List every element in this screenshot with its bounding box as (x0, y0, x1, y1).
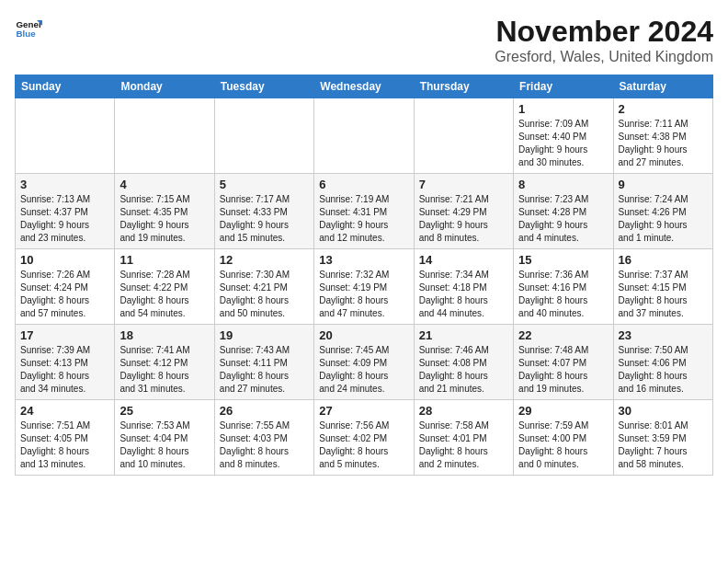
col-header-wednesday: Wednesday (314, 75, 414, 98)
calendar-cell: 20Sunrise: 7:45 AM Sunset: 4:09 PM Dayli… (314, 325, 414, 400)
calendar-cell (214, 98, 313, 174)
calendar-week-row: 10Sunrise: 7:26 AM Sunset: 4:24 PM Dayli… (16, 249, 713, 325)
day-info: Sunrise: 7:32 AM Sunset: 4:19 PM Dayligh… (319, 269, 408, 320)
calendar-cell: 2Sunrise: 7:11 AM Sunset: 4:38 PM Daylig… (613, 98, 712, 174)
calendar-cell: 22Sunrise: 7:48 AM Sunset: 4:07 PM Dayli… (514, 325, 613, 400)
calendar-cell: 17Sunrise: 7:39 AM Sunset: 4:13 PM Dayli… (16, 325, 115, 400)
calendar-cell: 11Sunrise: 7:28 AM Sunset: 4:22 PM Dayli… (115, 249, 214, 325)
day-number: 21 (419, 328, 508, 342)
day-number: 12 (220, 253, 309, 267)
day-number: 11 (119, 253, 209, 267)
day-info: Sunrise: 7:55 AM Sunset: 4:03 PM Dayligh… (220, 419, 309, 471)
day-info: Sunrise: 7:56 AM Sunset: 4:02 PM Dayligh… (319, 419, 408, 471)
day-number: 3 (20, 178, 109, 191)
day-info: Sunrise: 7:19 AM Sunset: 4:31 PM Dayligh… (319, 193, 408, 245)
calendar-cell: 5Sunrise: 7:17 AM Sunset: 4:33 PM Daylig… (214, 174, 313, 249)
calendar-cell: 13Sunrise: 7:32 AM Sunset: 4:19 PM Dayli… (314, 249, 414, 325)
day-number: 14 (419, 253, 508, 267)
day-number: 13 (319, 253, 408, 267)
calendar-cell: 27Sunrise: 7:56 AM Sunset: 4:02 PM Dayli… (314, 400, 414, 476)
day-number: 19 (220, 328, 309, 342)
day-number: 17 (20, 328, 109, 342)
calendar-cell: 8Sunrise: 7:23 AM Sunset: 4:28 PM Daylig… (514, 174, 613, 249)
day-info: Sunrise: 7:39 AM Sunset: 4:13 PM Dayligh… (20, 344, 109, 396)
calendar-title: November 2024 (495, 15, 713, 49)
calendar-cell: 15Sunrise: 7:36 AM Sunset: 4:16 PM Dayli… (514, 249, 613, 325)
calendar-cell: 12Sunrise: 7:30 AM Sunset: 4:21 PM Dayli… (214, 249, 313, 325)
day-info: Sunrise: 7:59 AM Sunset: 4:00 PM Dayligh… (518, 419, 608, 471)
calendar-cell: 23Sunrise: 7:50 AM Sunset: 4:06 PM Dayli… (613, 325, 712, 400)
calendar-header-row: SundayMondayTuesdayWednesdayThursdayFrid… (16, 75, 713, 98)
day-info: Sunrise: 7:24 AM Sunset: 4:26 PM Dayligh… (619, 193, 708, 245)
col-header-monday: Monday (115, 75, 214, 98)
page-header: General Blue General Blue November 2024 … (15, 15, 713, 65)
day-info: Sunrise: 7:36 AM Sunset: 4:16 PM Dayligh… (518, 269, 608, 320)
day-info: Sunrise: 7:51 AM Sunset: 4:05 PM Dayligh… (20, 419, 109, 471)
calendar-cell: 16Sunrise: 7:37 AM Sunset: 4:15 PM Dayli… (613, 249, 712, 325)
logo-icon: General Blue (15, 15, 42, 42)
calendar-cell: 7Sunrise: 7:21 AM Sunset: 4:29 PM Daylig… (414, 174, 513, 249)
day-number: 15 (518, 253, 608, 267)
day-number: 2 (619, 102, 708, 116)
calendar-cell (115, 98, 214, 174)
day-number: 27 (319, 404, 408, 418)
day-info: Sunrise: 7:45 AM Sunset: 4:09 PM Dayligh… (319, 344, 408, 396)
calendar-cell: 9Sunrise: 7:24 AM Sunset: 4:26 PM Daylig… (613, 174, 712, 249)
day-number: 9 (619, 178, 708, 191)
calendar-cell: 19Sunrise: 7:43 AM Sunset: 4:11 PM Dayli… (214, 325, 313, 400)
col-header-friday: Friday (514, 75, 613, 98)
day-info: Sunrise: 7:13 AM Sunset: 4:37 PM Dayligh… (20, 193, 109, 245)
calendar-cell: 6Sunrise: 7:19 AM Sunset: 4:31 PM Daylig… (314, 174, 414, 249)
day-number: 25 (119, 404, 209, 418)
calendar-week-row: 17Sunrise: 7:39 AM Sunset: 4:13 PM Dayli… (16, 325, 713, 400)
day-number: 28 (419, 404, 508, 418)
day-info: Sunrise: 7:53 AM Sunset: 4:04 PM Dayligh… (119, 419, 209, 471)
calendar-cell: 1Sunrise: 7:09 AM Sunset: 4:40 PM Daylig… (514, 98, 613, 174)
day-info: Sunrise: 7:28 AM Sunset: 4:22 PM Dayligh… (119, 269, 209, 320)
calendar-cell: 3Sunrise: 7:13 AM Sunset: 4:37 PM Daylig… (16, 174, 115, 249)
calendar-table: SundayMondayTuesdayWednesdayThursdayFrid… (15, 75, 713, 476)
day-number: 5 (220, 178, 309, 191)
calendar-cell (314, 98, 414, 174)
day-number: 4 (119, 178, 209, 191)
calendar-cell: 24Sunrise: 7:51 AM Sunset: 4:05 PM Dayli… (16, 400, 115, 476)
day-number: 6 (319, 178, 408, 191)
day-number: 23 (619, 328, 708, 342)
location-subtitle: Gresford, Wales, United Kingdom (495, 49, 713, 65)
calendar-cell: 26Sunrise: 7:55 AM Sunset: 4:03 PM Dayli… (214, 400, 313, 476)
day-info: Sunrise: 7:26 AM Sunset: 4:24 PM Dayligh… (20, 269, 109, 320)
day-info: Sunrise: 7:34 AM Sunset: 4:18 PM Dayligh… (419, 269, 508, 320)
day-number: 29 (518, 404, 608, 418)
calendar-cell: 10Sunrise: 7:26 AM Sunset: 4:24 PM Dayli… (16, 249, 115, 325)
day-info: Sunrise: 7:58 AM Sunset: 4:01 PM Dayligh… (419, 419, 508, 471)
day-info: Sunrise: 7:37 AM Sunset: 4:15 PM Dayligh… (619, 269, 708, 320)
day-number: 22 (518, 328, 608, 342)
day-info: Sunrise: 7:23 AM Sunset: 4:28 PM Dayligh… (518, 193, 608, 245)
day-info: Sunrise: 7:21 AM Sunset: 4:29 PM Dayligh… (419, 193, 508, 245)
day-number: 24 (20, 404, 109, 418)
day-number: 20 (319, 328, 408, 342)
day-info: Sunrise: 7:11 AM Sunset: 4:38 PM Dayligh… (619, 118, 708, 169)
col-header-tuesday: Tuesday (214, 75, 313, 98)
calendar-cell (16, 98, 115, 174)
calendar-cell: 25Sunrise: 7:53 AM Sunset: 4:04 PM Dayli… (115, 400, 214, 476)
calendar-cell: 29Sunrise: 7:59 AM Sunset: 4:00 PM Dayli… (514, 400, 613, 476)
calendar-cell: 14Sunrise: 7:34 AM Sunset: 4:18 PM Dayli… (414, 249, 513, 325)
day-number: 10 (20, 253, 109, 267)
svg-text:Blue: Blue (17, 29, 37, 39)
calendar-cell: 21Sunrise: 7:46 AM Sunset: 4:08 PM Dayli… (414, 325, 513, 400)
day-info: Sunrise: 7:41 AM Sunset: 4:12 PM Dayligh… (119, 344, 209, 396)
day-number: 7 (419, 178, 508, 191)
day-number: 18 (119, 328, 209, 342)
day-info: Sunrise: 7:48 AM Sunset: 4:07 PM Dayligh… (518, 344, 608, 396)
col-header-thursday: Thursday (414, 75, 513, 98)
day-number: 26 (220, 404, 309, 418)
day-info: Sunrise: 7:17 AM Sunset: 4:33 PM Dayligh… (220, 193, 309, 245)
day-info: Sunrise: 7:09 AM Sunset: 4:40 PM Dayligh… (518, 118, 608, 169)
day-number: 8 (518, 178, 608, 191)
calendar-cell: 18Sunrise: 7:41 AM Sunset: 4:12 PM Dayli… (115, 325, 214, 400)
calendar-cell: 28Sunrise: 7:58 AM Sunset: 4:01 PM Dayli… (414, 400, 513, 476)
day-number: 30 (619, 404, 708, 418)
day-number: 1 (518, 102, 608, 116)
calendar-week-row: 1Sunrise: 7:09 AM Sunset: 4:40 PM Daylig… (16, 98, 713, 174)
